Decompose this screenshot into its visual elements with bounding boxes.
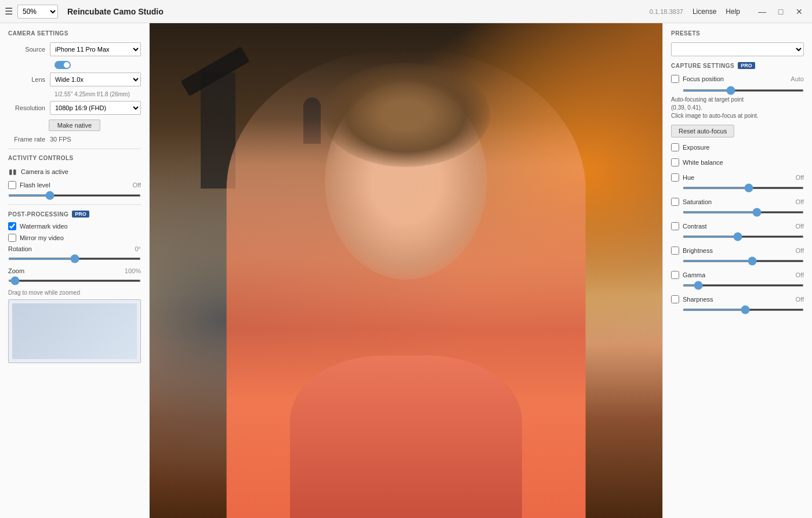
gamma-row: Gamma Off bbox=[671, 271, 804, 288]
gamma-checkbox[interactable] bbox=[671, 271, 679, 279]
source-label: Source bbox=[8, 46, 50, 53]
source-toggle[interactable] bbox=[55, 61, 71, 69]
zoom-value: 100% bbox=[125, 267, 141, 274]
watermark-checkbox[interactable] bbox=[8, 222, 16, 230]
lens-label: Lens bbox=[8, 76, 50, 83]
maximize-button[interactable]: □ bbox=[773, 3, 789, 20]
hair-area bbox=[322, 63, 490, 167]
version-text: 0.1.18.3837 bbox=[650, 8, 683, 15]
minimize-button[interactable]: — bbox=[754, 3, 770, 20]
divider-1 bbox=[8, 148, 141, 149]
brightness-slider[interactable] bbox=[683, 260, 804, 262]
right-panel: PRESETS CAPTURE SETTINGS PRO Focus posit… bbox=[662, 23, 812, 518]
help-link[interactable]: Help bbox=[726, 8, 740, 16]
video-area[interactable] bbox=[150, 23, 662, 518]
frame-rate-label: Frame rate bbox=[8, 136, 50, 143]
saturation-label: Saturation bbox=[683, 198, 796, 205]
hue-row: Hue Off bbox=[671, 173, 804, 191]
sharpness-value: Off bbox=[796, 296, 804, 303]
pause-icon: ▮▮ bbox=[8, 167, 17, 176]
lens-select[interactable]: Wide 1.0xUltra Wide 0.5xTelephoto 2.0x bbox=[50, 73, 141, 86]
contrast-value: Off bbox=[796, 223, 804, 230]
zoom-row: Zoom 100% bbox=[8, 267, 141, 284]
contrast-slider[interactable] bbox=[683, 236, 804, 238]
hue-slider[interactable] bbox=[683, 187, 804, 189]
source-control: iPhone 11 Pro MaxiPhone 12Webcam bbox=[50, 42, 141, 56]
post-pro-badge: PRO bbox=[72, 211, 89, 218]
resolution-control: 1080p 16:9 (FHD)720p 16:9 (HD)4K 16:9 (U… bbox=[50, 101, 141, 115]
make-native-button[interactable]: Make native bbox=[49, 119, 100, 131]
titlebar-left: ☰ 50% Reincubate Camo Studio bbox=[5, 5, 164, 19]
window-controls: — □ ✕ bbox=[754, 3, 807, 20]
titlebar-right: 0.1.18.3837 License Help — □ ✕ bbox=[650, 3, 807, 20]
minimap[interactable] bbox=[8, 299, 141, 363]
zoom-slider[interactable] bbox=[8, 280, 141, 282]
focus-info: Auto-focusing at target point (0.39, 0.4… bbox=[671, 96, 804, 120]
left-panel: CAMERA SETTINGS Source iPhone 11 Pro Max… bbox=[0, 23, 150, 518]
camera-active-row: ▮▮ Camera is active bbox=[8, 167, 141, 176]
contrast-checkbox[interactable] bbox=[671, 222, 679, 230]
menu-icon[interactable]: ☰ bbox=[5, 6, 13, 17]
flash-level-slider[interactable] bbox=[8, 194, 141, 197]
resolution-select[interactable]: 1080p 16:9 (FHD)720p 16:9 (HD)4K 16:9 (U… bbox=[50, 101, 141, 115]
mirror-checkbox[interactable] bbox=[8, 234, 16, 242]
gamma-value: Off bbox=[796, 271, 804, 278]
flash-level-checkbox[interactable] bbox=[8, 181, 16, 189]
saturation-value: Off bbox=[796, 198, 804, 205]
exposure-checkbox[interactable] bbox=[671, 143, 679, 151]
rotation-value: 0° bbox=[135, 245, 141, 252]
sharpness-label: Sharpness bbox=[683, 296, 796, 303]
shirt-area bbox=[290, 356, 522, 518]
presets-select[interactable] bbox=[671, 42, 804, 56]
saturation-checkbox[interactable] bbox=[671, 198, 679, 206]
capture-pro-badge: PRO bbox=[738, 62, 755, 69]
source-select[interactable]: iPhone 11 Pro MaxiPhone 12Webcam bbox=[50, 42, 141, 56]
license-link[interactable]: License bbox=[693, 8, 716, 16]
watermark-label: Watermark video bbox=[20, 223, 68, 230]
capture-settings-title-row: CAPTURE SETTINGS PRO bbox=[671, 62, 804, 69]
video-feed[interactable] bbox=[150, 23, 662, 518]
exposure-label: Exposure bbox=[683, 144, 804, 151]
mirror-label: Mirror my video bbox=[20, 234, 64, 241]
mirror-row: Mirror my video bbox=[8, 234, 141, 242]
main-layout: CAMERA SETTINGS Source iPhone 11 Pro Max… bbox=[0, 23, 812, 518]
white-balance-row: White balance bbox=[671, 158, 804, 166]
focus-position-checkbox[interactable] bbox=[671, 75, 679, 83]
post-processing-title: POST-PROCESSING bbox=[8, 211, 68, 218]
focus-position-slider[interactable] bbox=[683, 89, 804, 92]
lens-row: Lens Wide 1.0xUltra Wide 0.5xTelephoto 2… bbox=[8, 73, 141, 86]
zoom-select[interactable]: 50% bbox=[17, 5, 58, 19]
focus-auto-label: Auto bbox=[791, 75, 804, 82]
post-processing-title-row: POST-PROCESSING PRO bbox=[8, 211, 141, 218]
rotation-slider[interactable] bbox=[8, 258, 141, 260]
close-button[interactable]: ✕ bbox=[791, 3, 807, 20]
contrast-row: Contrast Off bbox=[671, 222, 804, 240]
zoom-label: Zoom bbox=[8, 267, 24, 274]
saturation-row: Saturation Off bbox=[671, 198, 804, 215]
activity-controls-title: ACTIVITY CONTROLS bbox=[8, 155, 141, 161]
lens-control: Wide 1.0xUltra Wide 0.5xTelephoto 2.0x bbox=[50, 73, 141, 86]
lens-info: 1/2.55" 4.25mm f/1.8 (26mm) bbox=[55, 91, 141, 97]
brightness-checkbox[interactable] bbox=[671, 247, 679, 255]
camera-settings-title: CAMERA SETTINGS bbox=[8, 30, 141, 37]
sharpness-slider[interactable] bbox=[683, 309, 804, 311]
gamma-slider[interactable] bbox=[683, 284, 804, 287]
contrast-label: Contrast bbox=[683, 223, 796, 230]
white-balance-checkbox[interactable] bbox=[671, 158, 679, 166]
hue-value: Off bbox=[796, 174, 804, 181]
capture-settings-title: CAPTURE SETTINGS bbox=[671, 63, 734, 69]
app-title: Reincubate Camo Studio bbox=[67, 7, 164, 16]
presets-title: PRESETS bbox=[671, 30, 804, 37]
drag-label: Drag to move while zoomed bbox=[8, 289, 141, 296]
saturation-slider[interactable] bbox=[683, 211, 804, 213]
hue-checkbox[interactable] bbox=[671, 173, 679, 182]
gamma-label: Gamma bbox=[683, 271, 796, 278]
reset-autofocus-button[interactable]: Reset auto-focus bbox=[671, 125, 734, 137]
focus-position-label: Focus position bbox=[683, 75, 791, 82]
resolution-label: Resolution bbox=[8, 104, 50, 111]
frame-rate-value: 30 FPS bbox=[50, 136, 71, 143]
sharpness-checkbox[interactable] bbox=[671, 295, 679, 303]
rotation-row: Rotation 0° bbox=[8, 245, 141, 262]
sharpness-row: Sharpness Off bbox=[671, 295, 804, 313]
source-row: Source iPhone 11 Pro MaxiPhone 12Webcam bbox=[8, 42, 141, 56]
